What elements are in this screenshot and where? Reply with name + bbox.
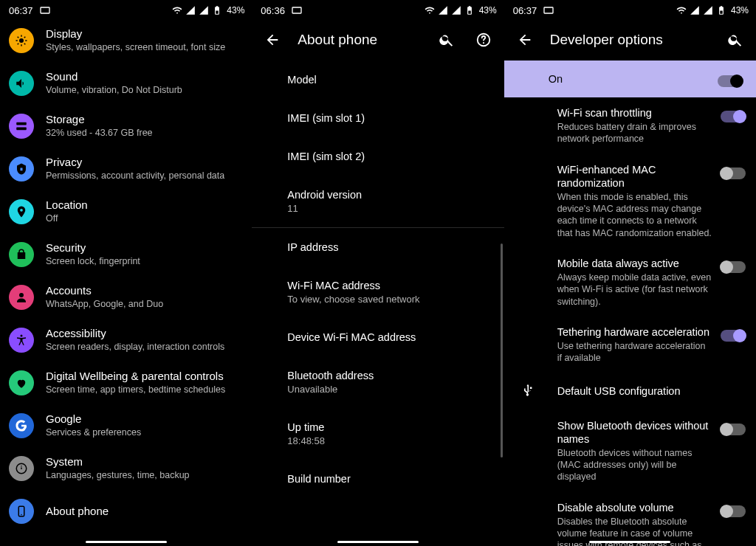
about-item-title: IMEI (sim slot 2) (287, 151, 493, 162)
dev-item-icon-slot (516, 381, 540, 398)
about-item[interactable]: IP address (287, 228, 493, 266)
settings-item-title: Digital Wellbeing & parental controls (46, 370, 225, 383)
settings-item-title: Google (46, 412, 141, 426)
settings-item-subtitle: Permissions, account activity, personal … (46, 170, 224, 182)
settings-item-system[interactable]: SystemLanguages, gestures, time, backup (0, 447, 252, 490)
dev-item-subtitle: Bluetooth devices without names (MAC add… (557, 447, 712, 483)
settings-item-subtitle: WhatsApp, Google, and Duo (46, 299, 163, 311)
about-item[interactable]: Bluetooth addressUnavailable (287, 356, 493, 408)
gesture-nav-bar[interactable] (0, 541, 252, 544)
accessibility-icon (9, 328, 34, 353)
about-item[interactable]: Build number (287, 460, 493, 498)
security-icon (9, 242, 34, 267)
toggle-switch[interactable] (721, 261, 746, 273)
status-bar: 06:37 43% (504, 0, 756, 19)
dev-item-title: Show Bluetooth devices without names (557, 419, 712, 446)
help-button[interactable] (472, 28, 495, 52)
settings-item-subtitle: 32% used - 43.67 GB free (46, 128, 153, 139)
settings-item-subtitle: Off (46, 213, 88, 225)
battery-percent: 43% (227, 5, 244, 15)
settings-item-location[interactable]: LocationOff (0, 190, 252, 233)
storage-icon (9, 114, 34, 139)
dev-option-item[interactable]: Show Bluetooth devices without namesBlue… (504, 410, 756, 492)
about-item[interactable]: Android version11 (287, 176, 493, 227)
settings-item-google[interactable]: GoogleServices & preferences (0, 404, 252, 447)
signal-icon (199, 5, 209, 15)
about-item-title: Build number (287, 473, 493, 485)
toggle-switch[interactable] (721, 167, 746, 179)
settings-item-sound[interactable]: SoundVolume, vibration, Do Not Disturb (0, 62, 252, 105)
about-item[interactable]: Device Wi-Fi MAC address (287, 318, 493, 356)
battery-icon (212, 5, 222, 15)
battery-percent: 43% (731, 5, 749, 15)
about-icon (9, 499, 34, 524)
about-item[interactable]: Wi-Fi MAC addressTo view, choose saved n… (287, 266, 493, 318)
back-button[interactable] (513, 28, 537, 52)
dev-item-icon-slot (516, 325, 540, 327)
about-item-value: To view, choose saved network (287, 294, 493, 305)
settings-item-subtitle: Screen time, app timers, bedtime schedul… (46, 384, 225, 396)
settings-item-subtitle: Languages, gestures, time, backup (46, 470, 190, 482)
dev-item-title: Mobile data always active (557, 257, 712, 270)
about-item[interactable]: Model (287, 61, 493, 99)
about-item[interactable]: IMEI (sim slot 1) (287, 99, 493, 137)
settings-item-subtitle: Services & preferences (46, 427, 141, 439)
about-item[interactable]: IMEI (sim slot 2) (287, 137, 493, 176)
toggle-switch[interactable] (721, 505, 746, 517)
settings-item-security[interactable]: SecurityScreen lock, fingerprint (0, 233, 252, 276)
dev-item-icon-slot (516, 419, 540, 421)
screen-about-phone: 06:36 43% About phone ModelIMEI (sim slo… (252, 0, 504, 546)
dev-item-icon-slot (516, 163, 540, 165)
dev-item-subtitle: Always keep mobile data active, even whe… (557, 272, 712, 308)
about-item-title: Bluetooth address (287, 370, 493, 381)
about-item-value: Unavailable (287, 384, 493, 395)
master-toggle-label: On (549, 73, 563, 85)
scroll-indicator[interactable] (501, 243, 503, 457)
master-toggle-row[interactable]: On (504, 61, 756, 97)
status-time: 06:36 (261, 5, 285, 16)
about-item-title: Wi-Fi MAC address (287, 280, 493, 291)
dev-option-item[interactable]: Tethering hardware accelerationUse tethe… (504, 317, 756, 373)
settings-item-display[interactable]: DisplayStyles, wallpapers, screen timeou… (0, 19, 252, 62)
settings-item-accessibility[interactable]: AccessibilityScreen readers, display, in… (0, 319, 252, 362)
gesture-nav-bar[interactable] (252, 541, 504, 544)
recent-apps-icon (291, 4, 303, 16)
toggle-switch[interactable] (721, 111, 746, 122)
app-bar: About phone (252, 19, 504, 61)
about-item-value: 11 (287, 203, 493, 214)
dev-option-item[interactable]: Default USB configuration (504, 373, 756, 410)
about-item-title: Android version (287, 189, 493, 201)
dev-item-subtitle: Reduces battery drain & improves network… (557, 121, 712, 145)
toggle-switch[interactable] (721, 330, 746, 342)
recent-apps-icon (543, 4, 554, 16)
toggle-switch[interactable] (721, 424, 746, 435)
dev-option-item[interactable]: WiFi-enhanced MAC randomizationWhen this… (504, 154, 756, 248)
master-toggle[interactable] (718, 75, 743, 87)
dev-option-item[interactable]: Wi-Fi scan throttlingReduces battery dra… (504, 97, 756, 154)
dev-option-item[interactable]: Mobile data always activeAlways keep mob… (504, 248, 756, 317)
settings-item-subtitle: Screen readers, display, interaction con… (46, 342, 224, 353)
settings-item-privacy[interactable]: PrivacyPermissions, account activity, pe… (0, 148, 252, 190)
wifi-icon (425, 5, 435, 15)
status-time: 06:37 (513, 5, 537, 16)
back-button[interactable] (261, 28, 284, 52)
search-button[interactable] (435, 28, 458, 52)
gesture-nav-bar[interactable] (504, 541, 756, 544)
dev-item-icon-slot (516, 501, 540, 502)
settings-item-about[interactable]: About phone (0, 490, 252, 533)
settings-item-storage[interactable]: Storage32% used - 43.67 GB free (0, 105, 252, 148)
search-button[interactable] (724, 28, 747, 52)
recent-apps-icon (39, 4, 51, 16)
about-item-title: Up time (287, 421, 493, 433)
settings-item-subtitle: Volume, vibration, Do Not Disturb (46, 85, 182, 97)
about-item-title: IP address (287, 241, 493, 253)
dev-item-icon-slot (516, 106, 540, 108)
about-item[interactable]: Up time18:48:58 (287, 408, 493, 460)
battery-percent: 43% (479, 5, 497, 15)
settings-item-title: Accessibility (46, 327, 224, 340)
screen-developer-options: 06:37 43% Developer options On Wi-Fi sca… (504, 0, 756, 546)
settings-item-subtitle: Styles, wallpapers, screen timeout, font… (46, 42, 225, 54)
settings-item-wellbeing[interactable]: Digital Wellbeing & parental controlsScr… (0, 362, 252, 404)
settings-item-accounts[interactable]: AccountsWhatsApp, Google, and Duo (0, 276, 252, 319)
dev-option-item[interactable]: Disable absolute volumeDisables the Blue… (504, 492, 756, 547)
